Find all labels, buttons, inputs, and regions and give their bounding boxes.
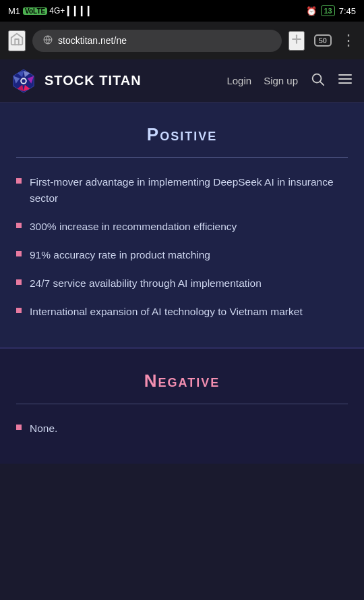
menu-button[interactable]: ⋮: [341, 32, 356, 49]
browser-actions: 50 ⋮: [289, 31, 356, 51]
list-item: 24/7 service availability through AI imp…: [16, 275, 348, 292]
time-display: 7:45: [339, 6, 356, 16]
battery-icon: 13: [321, 5, 334, 16]
bullet-text: None.: [30, 420, 57, 437]
logo-icon: [11, 68, 36, 94]
bullet-icon: [16, 178, 22, 184]
bullet-text: First-mover advantage in implementing De…: [30, 174, 348, 207]
carrier-text: M1: [8, 6, 20, 16]
url-bar[interactable]: stocktitan.net/ne: [32, 30, 282, 52]
negative-bullets: None.: [16, 420, 348, 437]
list-item: None.: [16, 420, 348, 437]
status-right: ⏰ 13 7:45: [306, 5, 356, 16]
positive-divider: [16, 157, 348, 158]
browser-bar: stocktitan.net/ne 50 ⋮: [0, 22, 364, 59]
login-link[interactable]: Login: [226, 75, 251, 86]
list-item: International expansion of AI technology…: [16, 304, 348, 320]
bullet-icon: [16, 223, 22, 228]
bullet-icon: [16, 251, 22, 256]
home-button[interactable]: [8, 30, 26, 51]
hamburger-menu-button[interactable]: [337, 71, 353, 90]
signup-link[interactable]: Sign up: [264, 75, 298, 86]
url-security-icon: [43, 35, 53, 47]
nav-header: STOCK TITAN Login Sign up: [0, 59, 364, 103]
list-item: 91% accuracy rate in product matching: [16, 247, 348, 263]
negative-divider: [16, 404, 348, 404]
bullet-text: International expansion of AI technology…: [30, 304, 303, 320]
negative-title: Negative: [16, 371, 348, 391]
bullet-icon: [16, 425, 22, 430]
new-tab-button[interactable]: [289, 31, 305, 51]
brand-name: STOCK TITAN: [44, 73, 218, 88]
bullet-text: 91% accuracy rate in product matching: [30, 247, 210, 263]
bullet-text: 300% increase in recommendation efficien…: [30, 219, 237, 235]
positive-title: Positive: [16, 124, 348, 145]
status-bar: M1 VoLTE 4G+ ▎▎▎▎ ⏰ 13 7:45: [0, 0, 364, 22]
negative-section: Negative None.: [0, 349, 364, 464]
list-item: First-mover advantage in implementing De…: [16, 174, 348, 207]
list-item: 300% increase in recommendation efficien…: [16, 219, 348, 235]
positive-bullets: First-mover advantage in implementing De…: [16, 174, 348, 320]
bullet-text: 24/7 service availability through AI imp…: [30, 275, 262, 292]
svg-line-14: [320, 82, 324, 85]
svg-point-12: [22, 79, 26, 83]
bullet-icon: [16, 308, 22, 313]
tabs-button[interactable]: 50: [314, 34, 332, 47]
status-left: M1 VoLTE 4G+ ▎▎▎▎: [8, 6, 94, 16]
url-text: stocktitan.net/ne: [58, 35, 127, 46]
alarm-icon: ⏰: [306, 6, 317, 16]
search-button[interactable]: [310, 72, 325, 90]
signal-bars: ▎▎▎▎: [67, 6, 94, 16]
positive-section: Positive First-mover advantage in implem…: [0, 103, 364, 349]
main-content: Positive First-mover advantage in implem…: [0, 103, 364, 464]
nav-links: Login Sign up: [226, 71, 353, 90]
network-type: VoLTE 4G+: [23, 6, 65, 16]
bullet-icon: [16, 279, 22, 285]
